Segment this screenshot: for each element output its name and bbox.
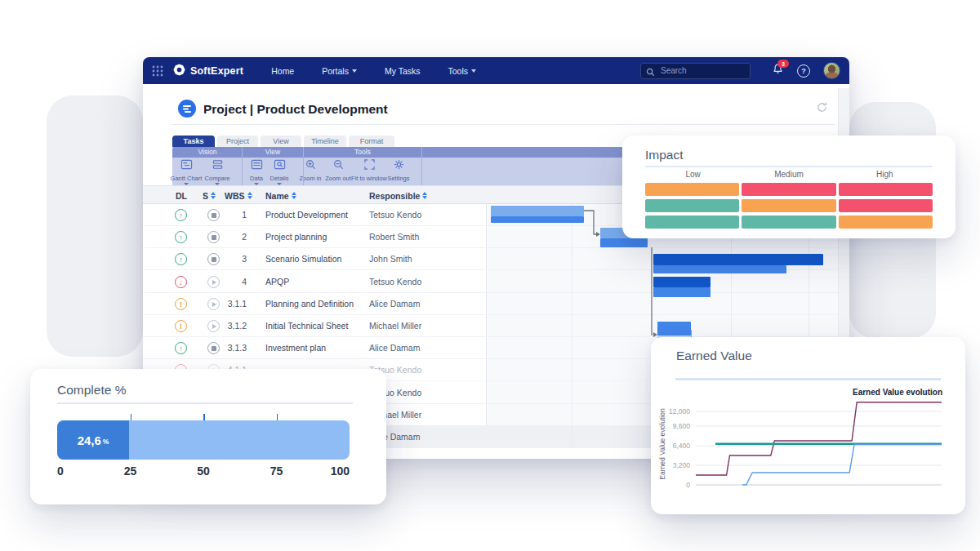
column-header-responsible[interactable]: Responsible <box>369 186 427 205</box>
task-status-icon <box>207 253 220 265</box>
impact-column-label-medium: Medium <box>741 170 836 179</box>
impact-cell <box>645 183 739 196</box>
search-box <box>640 62 751 79</box>
zoom-out-icon <box>332 158 345 174</box>
tab-project[interactable]: Project <box>217 136 258 147</box>
impact-title-underline <box>645 166 933 167</box>
column-header-wbs[interactable]: WBS <box>225 186 252 205</box>
nav-menu: HomePortalsMy TasksTools <box>243 66 476 76</box>
responsible-cell: John Smith <box>369 248 412 269</box>
deadline-status-icon <box>175 231 187 243</box>
impact-cell <box>839 216 933 229</box>
ribbon-group-view: View <box>240 147 305 158</box>
status-glyph <box>212 280 216 285</box>
complete-tick-label: 75 <box>270 464 283 478</box>
brand-logo[interactable]: SoftExpert <box>173 64 243 78</box>
ribbon-button-compare[interactable]: Compare <box>198 158 237 184</box>
responsible-cell: Tetsuo Kendo <box>369 271 421 292</box>
table-row[interactable]: 3.1.1Planning and DefinitionAlice Damam <box>143 293 838 315</box>
column-header-dl[interactable]: DL <box>176 186 187 205</box>
deadline-status-icon <box>175 253 187 265</box>
table-row[interactable]: 3Scenario SimulationJohn Smith <box>143 248 838 270</box>
status-glyph <box>212 257 216 262</box>
wbs-cell: 3.1.2 <box>220 315 247 336</box>
complete-tick-label: 50 <box>197 464 210 478</box>
page-title: Project | Product Development <box>203 102 388 117</box>
ribbon-button-label: Settings <box>387 175 409 182</box>
impact-card-title: Impact <box>645 148 684 162</box>
gantt-chart-icon <box>180 158 193 174</box>
nav-item-portals[interactable]: Portals <box>322 66 357 76</box>
table-row[interactable]: 4APQPTetsuo Kendo <box>143 271 838 293</box>
column-header-name[interactable]: Name <box>265 186 296 205</box>
nav-item-tools[interactable]: Tools <box>448 66 476 76</box>
tab-format[interactable]: Format <box>349 136 394 147</box>
task-status-icon <box>207 342 220 354</box>
status-glyph <box>212 346 216 351</box>
user-avatar[interactable] <box>823 62 840 79</box>
backdrop-left <box>47 96 143 357</box>
impact-card: Impact LowMediumHigh <box>622 136 956 238</box>
refresh-icon[interactable] <box>816 101 828 117</box>
column-header-label: S <box>203 191 208 201</box>
tab-view[interactable]: View <box>261 136 301 147</box>
sort-icon <box>422 192 427 199</box>
chevron-down-icon <box>471 69 476 73</box>
task-status-icon <box>207 231 220 243</box>
task-status-icon <box>207 320 220 332</box>
name-cell: Scenario Simulation <box>265 248 341 269</box>
sort-icon <box>247 192 252 199</box>
nav-item-home[interactable]: Home <box>271 66 294 76</box>
ribbon-button-label: Zoom out <box>325 175 351 182</box>
impact-column-headers: LowMediumHigh <box>645 170 933 179</box>
series-earned-value-evolution <box>696 402 942 475</box>
sort-icon <box>211 192 216 199</box>
column-header-label: DL <box>176 191 187 201</box>
impact-cell <box>645 199 739 212</box>
notifications-button[interactable]: 3 <box>772 63 784 78</box>
tab-tasks[interactable]: Tasks <box>172 136 215 147</box>
impact-column-label-low: Low <box>645 170 741 179</box>
complete-tick-label: 25 <box>124 464 137 478</box>
page: SoftExpert HomePortalsMy TasksTools 3 ? … <box>0 0 980 551</box>
column-header-label: Name <box>265 191 289 201</box>
impact-cell <box>645 216 739 229</box>
table-row[interactable]: 3.1.2Initial Technical SheetMichael Mill… <box>143 315 838 337</box>
impact-cell <box>742 183 835 196</box>
search-input[interactable] <box>640 63 751 79</box>
deadline-status-icon <box>175 342 187 354</box>
ribbon-button-settings[interactable]: Settings <box>379 158 418 184</box>
ribbon-group-divider <box>242 147 243 185</box>
compare-icon <box>212 158 224 174</box>
deadline-status-icon <box>175 276 187 288</box>
app-grid-icon[interactable] <box>152 65 163 77</box>
complete-tick-label: 100 <box>331 464 350 478</box>
name-cell: Product Development <box>265 204 348 225</box>
details-icon <box>274 158 286 174</box>
nav-item-my-tasks[interactable]: My Tasks <box>385 66 421 76</box>
responsible-cell: Tetsuo Kendo <box>369 204 421 225</box>
complete-unit: % <box>103 438 109 446</box>
help-icon[interactable]: ? <box>797 64 810 78</box>
name-cell: APQP <box>265 271 289 292</box>
wbs-cell: 3 <box>220 248 247 269</box>
project-icon <box>178 100 196 118</box>
status-glyph <box>212 213 216 218</box>
column-header-s[interactable]: S <box>203 186 216 205</box>
responsible-cell: Alice Damam <box>369 293 420 314</box>
task-status-icon <box>207 276 220 288</box>
tab-timeline[interactable]: Timeline <box>304 136 346 147</box>
wbs-cell: 2 <box>220 226 247 247</box>
column-header-label: WBS <box>225 191 245 201</box>
title-divider <box>172 124 835 125</box>
responsible-cell: Robert Smith <box>369 226 419 247</box>
ribbon-group-vision: Vision <box>175 147 240 158</box>
fit-to-window-icon <box>363 158 376 174</box>
impact-cell <box>839 183 933 196</box>
search-icon <box>646 65 655 80</box>
deadline-status-icon <box>175 320 187 332</box>
wbs-cell: 4 <box>220 271 247 292</box>
wbs-cell: 3.1.3 <box>220 337 247 358</box>
impact-cell <box>742 199 835 212</box>
complete-progress-fill: 24,6 % <box>57 420 129 460</box>
